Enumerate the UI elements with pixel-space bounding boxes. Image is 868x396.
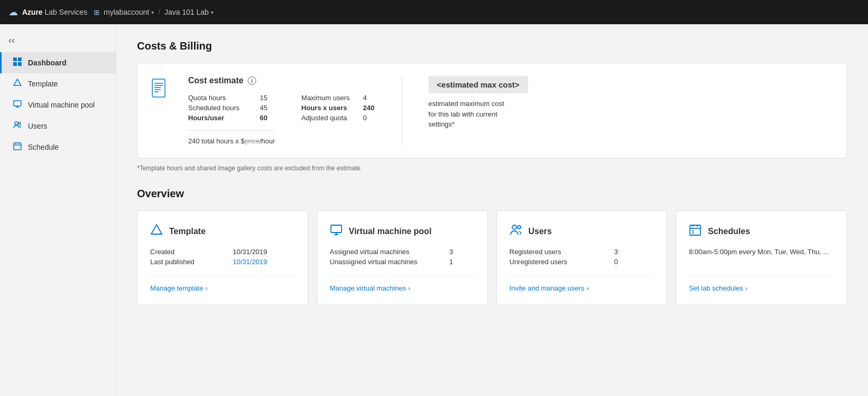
template-icon [12,79,23,89]
overview-title: Overview [137,188,847,200]
sidebar-item-dashboard-label: Dashboard [28,59,66,67]
sidebar-item-schedule-label: Schedule [28,143,58,151]
template-card-icon [150,224,163,239]
sidebar-item-schedule[interactable]: Schedule [0,137,115,158]
topbar: ☁ Azure Lab Services ⊞ mylabaccount ▾ / … [0,0,868,24]
topbar-separator: / [158,8,160,16]
chevron-right-icon: › [205,284,207,292]
invite-manage-users-link[interactable]: Invite and manage users › [510,276,655,292]
topbar-nav: ⊞ mylabaccount ▾ / Java 101 Lab ▾ [94,8,213,16]
monitor-icon [12,100,23,110]
chevron-right-icon: › [745,284,747,292]
vm-pool-card-icon [330,224,343,239]
grid-icon [12,57,23,68]
layout: ‹‹ Dashboard Template Virtual machine po… [0,24,868,396]
users-icon [12,121,23,131]
svg-rect-2 [13,62,17,66]
sidebar-collapse-button[interactable]: ‹‹ [0,28,115,52]
svg-rect-1 [18,57,22,61]
cost-estimate-card: Cost estimate i Quota hours 15 Scheduled… [137,63,847,158]
manage-template-link[interactable]: Manage template › [150,276,295,292]
costs-billing-title: Costs & Billing [137,40,847,52]
cloud-icon: ☁ [8,6,18,18]
cost-total: 240 total hours x $price/hour [188,130,275,145]
cost-estimate-title: Cost estimate i [188,76,275,85]
set-lab-schedules-link[interactable]: Set lab schedules › [689,276,834,292]
users-card: Users Registered users 3 Unregistered us… [496,210,668,305]
chevron-right-icon: › [408,284,410,292]
svg-point-8 [15,122,18,125]
cost-estimate-icon [150,78,167,100]
cost-desc: estimated maximum cost for this lab with… [428,99,834,130]
users-card-details: Registered users 3 Unregistered users 0 [510,248,655,266]
template-card-title: Template [169,227,206,236]
manage-vms-link[interactable]: Manage virtual machines › [330,276,475,292]
template-card-details: Created 10/31/2019 Last published 10/31/… [150,248,295,266]
cost-footnote: *Template hours and shared image gallery… [137,165,847,172]
cost-divider [402,76,402,145]
users-card-icon [510,224,522,239]
svg-rect-3 [18,62,22,66]
vm-pool-card-details: Assigned virtual machines 3 Unassigned v… [330,248,475,266]
cost-details: Cost estimate i Quota hours 15 Scheduled… [188,76,275,145]
cost-grid: Quota hours 15 Scheduled hours 45 Hours/… [188,94,275,122]
lab-selector[interactable]: Java 101 Lab ▾ [164,8,213,16]
template-card: Template Created 10/31/2019 Last publish… [137,210,308,305]
sidebar: ‹‹ Dashboard Template Virtual machine po… [0,24,116,396]
cost-right-col: x Maximum users 4 Hours x users 240 Adju… [301,76,375,122]
schedule-text: 8:00am-5:00pm every Mon, Tue, Wed, Thu, … [689,248,834,256]
sidebar-item-template[interactable]: Template [0,73,115,94]
cost-estimate-box: <estimated max cost> estimated maximum c… [428,76,834,130]
info-icon[interactable]: i [248,76,256,85]
schedule-icon [12,142,23,152]
schedules-card: Schedules 8:00am-5:00pm every Mon, Tue, … [676,210,847,305]
schedules-card-header: Schedules [689,224,834,239]
svg-rect-0 [13,57,17,61]
sidebar-item-users[interactable]: Users [0,115,115,137]
schedules-card-title: Schedules [708,227,750,236]
sidebar-item-vm-pool[interactable]: Virtual machine pool [0,94,115,115]
svg-marker-20 [151,225,162,234]
sidebar-item-users-label: Users [28,122,47,130]
cost-right-grid: Maximum users 4 Hours x users 240 Adjust… [301,94,375,122]
svg-point-25 [518,226,521,229]
vm-pool-card-title: Virtual machine pool [349,227,432,236]
estimated-max-cost-badge: <estimated max cost> [428,76,528,93]
overview-grid: Template Created 10/31/2019 Last publish… [137,210,847,305]
vm-pool-card: Virtual machine pool Assigned virtual ma… [317,210,488,305]
account-selector[interactable]: ⊞ mylabaccount ▾ [94,8,154,16]
lab-chevron-icon: ▾ [211,9,213,15]
sidebar-item-template-label: Template [28,80,58,88]
svg-rect-21 [331,225,342,233]
users-card-title: Users [529,227,552,236]
svg-rect-14 [152,79,165,97]
svg-point-9 [18,122,21,124]
chevron-right-icon: › [587,284,589,292]
svg-rect-5 [14,101,21,106]
app-logo: ☁ Azure Lab Services [8,6,87,18]
template-card-header: Template [150,224,295,239]
main-content: Costs & Billing Cost estimate i [116,24,868,396]
users-card-header: Users [510,224,655,239]
sidebar-item-vm-pool-label: Virtual machine pool [28,101,95,109]
svg-point-24 [512,225,516,229]
sidebar-item-dashboard[interactable]: Dashboard [0,52,115,73]
vm-pool-card-header: Virtual machine pool [330,224,475,239]
svg-rect-10 [14,143,21,150]
app-name: Azure Lab Services [22,8,87,16]
svg-marker-4 [14,79,21,85]
account-chevron-icon: ▾ [151,9,154,15]
schedules-card-icon [689,224,701,239]
svg-rect-26 [690,225,700,235]
